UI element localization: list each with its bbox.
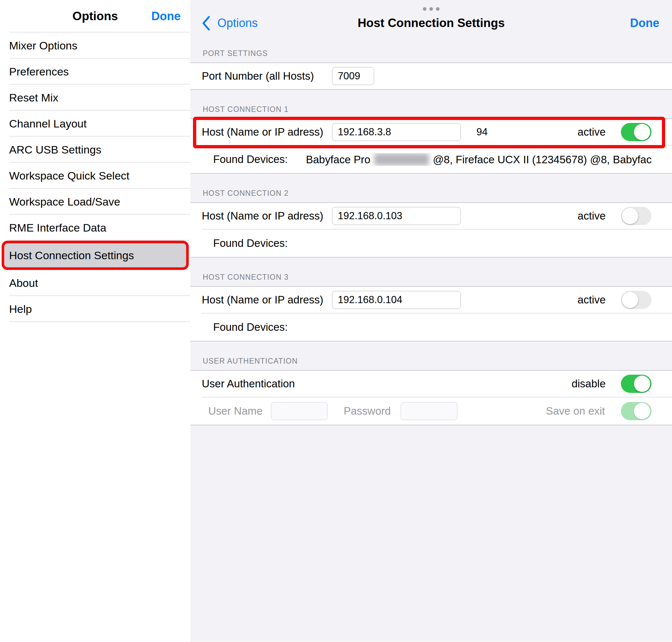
back-button[interactable]: Options: [201, 0, 258, 39]
options-sidebar: Options Done Mixer Options Preferences R…: [0, 0, 190, 642]
found-devices-label: Found Devices:: [213, 321, 306, 333]
credentials-row: User Name Password Save on exit: [190, 397, 672, 425]
host-1-row: Host (Name or IP adress) 94 active: [190, 119, 672, 145]
user-authentication-row: User Authentication disable: [190, 371, 672, 397]
back-button-label: Options: [217, 16, 258, 30]
host-connection-3-group: Host (Name or IP adress) active Found De…: [190, 286, 672, 342]
host-2-active-toggle[interactable]: [621, 207, 651, 225]
host-2-active-label: active: [578, 210, 606, 222]
toggle-knob: [634, 376, 650, 392]
host-2-label: Host (Name or IP adress): [202, 210, 332, 222]
host-3-input[interactable]: [332, 291, 461, 309]
host-1-found-devices-row: Found Devices: Babyface Pro@8, Fireface …: [190, 146, 672, 173]
section-header-port-settings: PORT SETTINGS: [190, 39, 672, 62]
password-input[interactable]: [401, 402, 458, 420]
port-settings-group: Port Number (all Hosts): [190, 62, 672, 90]
sidebar-item-reset-mix[interactable]: Reset Mix: [0, 85, 190, 111]
host-3-label: Host (Name or IP adress): [202, 294, 332, 306]
host-1-active-label: active: [578, 126, 606, 138]
host-3-active-toggle[interactable]: [621, 291, 651, 309]
sidebar-item-workspace-load-save[interactable]: Workspace Load/Save: [0, 189, 190, 215]
user-authentication-group: User Authentication disable User Name Pa…: [190, 370, 672, 425]
host-3-active-label: active: [578, 294, 606, 306]
sidebar-menu: Mixer Options Preferences Reset Mix Chan…: [0, 33, 190, 322]
host-1-device-count: 94: [477, 126, 487, 138]
save-on-exit-toggle[interactable]: [621, 402, 651, 420]
user-name-label: User Name: [208, 405, 271, 417]
toggle-knob: [622, 292, 638, 308]
found-devices-list: Babyface Pro@8, Fireface UCX II (1234567…: [306, 153, 651, 166]
host-1-label: Host (Name or IP adress): [202, 126, 332, 138]
sidebar-item-help[interactable]: Help: [0, 296, 190, 322]
sidebar-item-host-connection-settings[interactable]: Host Connection Settings: [2, 241, 189, 270]
host-2-found-devices-row: Found Devices:: [190, 230, 672, 257]
disable-label: disable: [571, 377, 606, 390]
toggle-knob: [634, 124, 650, 140]
host-2-input[interactable]: [332, 207, 461, 225]
panel-header: Options Host Connection Settings Done: [190, 0, 672, 39]
section-header-user-authentication: USER AUTHENTICATION: [190, 342, 672, 370]
user-authentication-toggle[interactable]: [621, 375, 651, 393]
sidebar-item-channel-layout[interactable]: Channel Layout: [0, 111, 190, 137]
toggle-knob: [634, 403, 650, 419]
app-window: Options Done Mixer Options Preferences R…: [0, 0, 672, 642]
host-connection-1-group: Host (Name or IP adress) 94 active Found…: [190, 118, 672, 174]
sidebar-item-workspace-quick-select[interactable]: Workspace Quick Select: [0, 163, 190, 189]
found-devices-label: Found Devices:: [213, 237, 306, 249]
sidebar-done-button[interactable]: Done: [151, 0, 181, 33]
host-3-found-devices-row: Found Devices:: [190, 313, 672, 341]
save-on-exit-label: Save on exit: [546, 405, 605, 417]
host-connection-settings-panel: Options Host Connection Settings Done PO…: [190, 0, 672, 642]
done-button[interactable]: Done: [630, 0, 659, 39]
section-header-host-connection-3: HOST CONNECTION 3: [190, 258, 672, 286]
host-connection-2-group: Host (Name or IP adress) active Found De…: [190, 202, 672, 258]
sidebar-header: Options Done: [0, 0, 190, 33]
redacted-serial-blur: [374, 153, 429, 166]
password-label: Password: [344, 405, 401, 417]
page-title: Host Connection Settings: [358, 0, 505, 39]
host-3-row: Host (Name or IP adress) active: [190, 287, 672, 313]
host-1-active-toggle[interactable]: [621, 123, 651, 141]
chevron-left-icon: [201, 16, 210, 31]
section-header-host-connection-2: HOST CONNECTION 2: [190, 174, 672, 202]
user-authentication-label: User Authentication: [202, 377, 295, 390]
sidebar-item-preferences[interactable]: Preferences: [0, 59, 190, 85]
found-devices-label: Found Devices:: [213, 153, 306, 166]
sidebar-item-about[interactable]: About: [0, 270, 190, 296]
port-number-input[interactable]: [332, 67, 374, 85]
sidebar-item-arc-usb-settings[interactable]: ARC USB Settings: [0, 137, 190, 163]
user-name-input[interactable]: [271, 402, 328, 420]
host-1-input[interactable]: [332, 123, 461, 141]
sidebar-item-rme-interface-data[interactable]: RME Interface Data: [0, 215, 190, 241]
port-number-label: Port Number (all Hosts): [202, 70, 332, 82]
section-header-host-connection-1: HOST CONNECTION 1: [190, 90, 672, 118]
host-2-row: Host (Name or IP adress) active: [190, 203, 672, 229]
sidebar-title: Options: [73, 10, 118, 23]
toggle-knob: [622, 208, 638, 224]
port-number-row: Port Number (all Hosts): [190, 63, 672, 89]
sidebar-item-mixer-options[interactable]: Mixer Options: [0, 33, 190, 59]
